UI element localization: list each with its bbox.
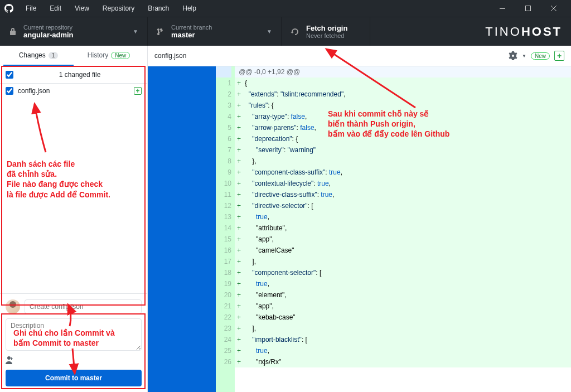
diff-view: 1234567891011121314151617181920212223242… [148, 66, 571, 392]
sidebar: Changes 1 History New 1 changed file con… [0, 46, 148, 392]
svg-rect-1 [526, 6, 531, 11]
line-numbers: 1234567891011121314151617181920212223242… [216, 66, 235, 392]
file-row[interactable]: config.json + [0, 84, 147, 98]
tab-history-label: History [88, 51, 108, 59]
file-checkbox[interactable] [6, 87, 13, 95]
svg-rect-0 [500, 8, 505, 9]
menu-repository[interactable]: Repository [97, 2, 140, 14]
main-area: Changes 1 History New 1 changed file con… [0, 46, 571, 392]
commit-summary-input[interactable] [25, 299, 142, 314]
branch-name: master [171, 31, 212, 39]
tab-changes-label: Changes [19, 51, 46, 59]
branch-switcher[interactable]: Current branch master ▼ [148, 17, 282, 46]
commit-panel: Commit to master [0, 293, 147, 392]
file-name: config.json [18, 87, 50, 95]
toolbar: Current repository angular-admin ▼ Curre… [0, 17, 571, 46]
branch-icon [157, 27, 164, 36]
repo-name: angular-admin [23, 31, 74, 39]
diff-header: config.json ▼ New + [148, 46, 571, 66]
close-button[interactable] [541, 0, 567, 17]
menu-view[interactable]: View [69, 2, 95, 14]
new-badge: New [531, 52, 550, 60]
expand-button[interactable]: + [554, 51, 564, 61]
tab-history[interactable]: History New [74, 46, 144, 66]
select-all-checkbox[interactable] [6, 71, 13, 79]
titlebar: File Edit View Repository Branch Help [0, 0, 571, 17]
chevron-down-icon: ▼ [133, 28, 138, 35]
sync-icon [291, 27, 299, 36]
commit-button[interactable]: Commit to master [6, 370, 142, 386]
branch-label: Current branch [171, 24, 212, 31]
chevron-down-icon: ▼ [267, 28, 272, 35]
fetch-origin-button[interactable]: Fetch origin Never fetched [282, 17, 370, 46]
main-menu: File Edit View Repository Branch Help [20, 2, 202, 14]
menu-edit[interactable]: Edit [44, 2, 67, 14]
fetch-label: Fetch origin [306, 24, 347, 32]
minimize-button[interactable] [490, 0, 515, 17]
diff-filename: config.json [154, 52, 186, 60]
repo-switcher[interactable]: Current repository angular-admin ▼ [0, 17, 148, 46]
tab-changes[interactable]: Changes 1 [3, 46, 74, 66]
person-plus-icon [6, 356, 14, 364]
maximize-button[interactable] [515, 0, 541, 17]
content-area: config.json ▼ New + 12345678910111213141… [148, 46, 571, 392]
github-logo-icon [4, 4, 13, 13]
changed-files-count: 1 changed file [18, 71, 142, 79]
new-badge: New [111, 52, 130, 59]
window-controls [490, 0, 567, 17]
brand-logo: TINOHOST [476, 17, 571, 46]
avatar [6, 299, 20, 314]
add-coauthor-button[interactable] [6, 355, 142, 365]
diff-lines: @@ -0,0 +1,92 @@+{+ "extends": "tslint:r… [235, 66, 571, 392]
fetch-status: Never fetched [306, 32, 347, 39]
repo-label: Current repository [23, 24, 74, 31]
changes-count-badge: 1 [49, 52, 59, 59]
menu-help[interactable]: Help [177, 2, 202, 14]
added-icon: + [134, 87, 142, 95]
diff-blue-bar [148, 66, 216, 392]
changed-files-header: 1 changed file [0, 66, 147, 84]
commit-description-input[interactable] [6, 318, 142, 351]
lock-icon [9, 27, 17, 36]
menu-branch[interactable]: Branch [142, 2, 175, 14]
gear-icon[interactable] [509, 51, 517, 60]
menu-file[interactable]: File [20, 2, 42, 14]
sidebar-tabs: Changes 1 History New [3, 46, 144, 66]
